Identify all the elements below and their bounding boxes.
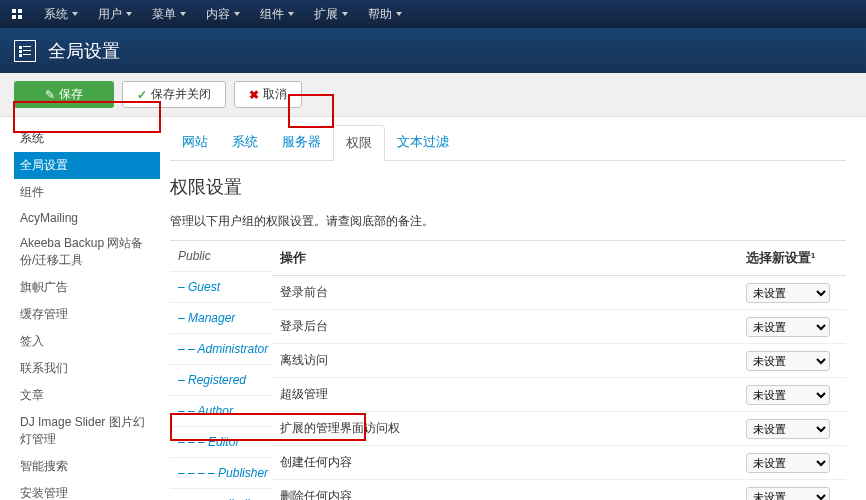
save-close-button[interactable]: ✓ 保存并关闭 (122, 81, 226, 108)
permission-row: 创建任何内容未设置 (272, 446, 846, 480)
permission-row: 删除任何内容未设置 (272, 480, 846, 500)
page-header: 全局设置 (0, 28, 866, 73)
topmenu-item[interactable]: 菜单 (142, 0, 196, 28)
sidebar: 系统全局设置组件AcyMailingAkeeba Backup 网站备份/迁移工… (0, 117, 160, 500)
tab[interactable]: 文本过滤 (385, 125, 461, 160)
cancel-button[interactable]: ✖ 取消 (234, 81, 302, 108)
topmenu-item[interactable]: 内容 (196, 0, 250, 28)
group-item[interactable]: – Manager (170, 303, 272, 334)
topmenu-item[interactable]: 扩展 (304, 0, 358, 28)
action-label: 离线访问 (272, 344, 746, 377)
sidebar-item[interactable]: 缓存管理 (14, 301, 160, 328)
tabs: 网站系统服务器权限文本过滤 (170, 125, 846, 161)
permission-select[interactable]: 未设置 (746, 385, 830, 405)
svg-rect-5 (23, 54, 31, 55)
sidebar-item[interactable]: 文章 (14, 382, 160, 409)
topmenu-label: 扩展 (314, 6, 338, 23)
save-label: 保存 (59, 86, 83, 103)
select-cell: 未设置 (746, 347, 846, 375)
permission-select[interactable]: 未设置 (746, 419, 830, 439)
sidebar-item[interactable]: 系统 (14, 125, 160, 152)
sidebar-item[interactable]: 安装管理 (14, 480, 160, 500)
permission-row: 离线访问未设置 (272, 344, 846, 378)
permission-select[interactable]: 未设置 (746, 487, 830, 501)
svg-rect-1 (23, 46, 31, 47)
permission-row: 扩展的管理界面访问权未设置 (272, 412, 846, 446)
group-item[interactable]: – Registered (170, 365, 272, 396)
group-item[interactable]: – – Administrator (170, 334, 272, 365)
sidebar-item[interactable]: Akeeba Backup 网站备份/迁移工具 (14, 230, 160, 274)
permission-panel: Public– Guest– Manager– – Administrator–… (170, 240, 846, 500)
select-cell: 未设置 (746, 415, 846, 443)
action-label: 登录后台 (272, 310, 746, 343)
caret-down-icon (396, 12, 402, 16)
caret-down-icon (342, 12, 348, 16)
tab[interactable]: 系统 (220, 125, 270, 160)
permission-select[interactable]: 未设置 (746, 351, 830, 371)
group-item[interactable]: – – Author (170, 396, 272, 427)
svg-rect-0 (19, 46, 22, 49)
group-item[interactable]: – – – Editor (170, 427, 272, 458)
check-icon: ✎ (45, 88, 55, 102)
group-item[interactable]: – – – – – jiading (170, 489, 272, 500)
permission-select[interactable]: 未设置 (746, 453, 830, 473)
joomla-logo-icon (8, 5, 26, 23)
action-label: 创建任何内容 (272, 446, 746, 479)
sidebar-item[interactable]: 联系我们 (14, 355, 160, 382)
group-item[interactable]: – Guest (170, 272, 272, 303)
topmenu-label: 菜单 (152, 6, 176, 23)
content-area: 网站系统服务器权限文本过滤 权限设置 管理以下用户组的权限设置。请查阅底部的备注… (160, 117, 866, 500)
sidebar-item[interactable]: 智能搜索 (14, 453, 160, 480)
tab[interactable]: 权限 (333, 125, 385, 161)
check-icon: ✓ (137, 88, 147, 102)
tab[interactable]: 服务器 (270, 125, 333, 160)
group-item[interactable]: Public (170, 241, 272, 272)
action-label: 删除任何内容 (272, 480, 746, 500)
topmenu-label: 内容 (206, 6, 230, 23)
permission-select[interactable]: 未设置 (746, 317, 830, 337)
sidebar-item[interactable]: DJ Image Slider 图片幻灯管理 (14, 409, 160, 453)
permission-select[interactable]: 未设置 (746, 283, 830, 303)
topmenu-item[interactable]: 帮助 (358, 0, 412, 28)
sidebar-item[interactable]: 签入 (14, 328, 160, 355)
svg-rect-4 (19, 54, 22, 57)
sidebar-item[interactable]: 旗帜广告 (14, 274, 160, 301)
svg-rect-3 (23, 50, 31, 51)
settings-icon (14, 40, 36, 62)
caret-down-icon (288, 12, 294, 16)
topmenu-label: 组件 (260, 6, 284, 23)
action-header: 操作 (272, 241, 746, 275)
permission-row: 登录前台未设置 (272, 276, 846, 310)
permission-table: 操作 选择新设置¹ 登录前台未设置登录后台未设置离线访问未设置超级管理未设置扩展… (272, 241, 846, 500)
select-header: 选择新设置¹ (746, 241, 846, 275)
caret-down-icon (180, 12, 186, 16)
topmenu-label: 用户 (98, 6, 122, 23)
topmenu-label: 系统 (44, 6, 68, 23)
topmenu-label: 帮助 (368, 6, 392, 23)
cancel-icon: ✖ (249, 88, 259, 102)
action-label: 超级管理 (272, 378, 746, 411)
permission-header-row: 操作 选择新设置¹ (272, 241, 846, 276)
action-label: 登录前台 (272, 276, 746, 309)
action-label: 扩展的管理界面访问权 (272, 412, 746, 445)
topmenu-item[interactable]: 用户 (88, 0, 142, 28)
save-button[interactable]: ✎ 保存 (14, 81, 114, 108)
caret-down-icon (126, 12, 132, 16)
sidebar-item[interactable]: 组件 (14, 179, 160, 206)
topmenu-item[interactable]: 系统 (34, 0, 88, 28)
sidebar-item[interactable]: AcyMailing (14, 206, 160, 230)
sidebar-item[interactable]: 全局设置 (14, 152, 160, 179)
page-title: 全局设置 (48, 39, 120, 63)
select-cell: 未设置 (746, 279, 846, 307)
save-close-label: 保存并关闭 (151, 86, 211, 103)
tab[interactable]: 网站 (170, 125, 220, 160)
group-item[interactable]: – – – – Publisher (170, 458, 272, 489)
group-list: Public– Guest– Manager– – Administrator–… (170, 241, 272, 500)
cancel-label: 取消 (263, 86, 287, 103)
caret-down-icon (72, 12, 78, 16)
select-cell: 未设置 (746, 483, 846, 501)
svg-rect-2 (19, 50, 22, 53)
topmenu-item[interactable]: 组件 (250, 0, 304, 28)
select-cell: 未设置 (746, 381, 846, 409)
select-cell: 未设置 (746, 449, 846, 477)
